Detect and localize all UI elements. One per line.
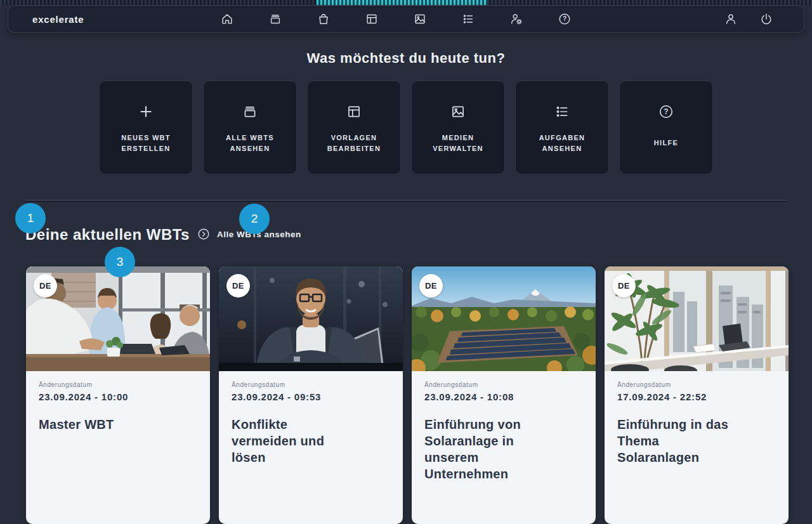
- section-divider: [25, 200, 787, 200]
- wbt-title: Einführung in das Thema Solaranlagen: [617, 416, 729, 466]
- page-title: Was möchtest du heute tun?: [0, 50, 812, 67]
- tour-badge-2[interactable]: 2: [239, 204, 270, 234]
- wbt-archive-icon: [242, 100, 258, 123]
- tasks-icon[interactable]: [461, 12, 475, 26]
- wbt-card[interactable]: DE Änderungsdatum 23.09.2024 - 10:00 Mas…: [26, 266, 210, 524]
- modified-date: 23.09.2024 - 10:08: [424, 391, 583, 402]
- top-decor-stripe: [0, 0, 812, 5]
- profile-icon[interactable]: [724, 12, 738, 26]
- wbt-title: Konflikte vermeiden und lösen: [232, 416, 343, 466]
- media-icon[interactable]: [413, 12, 427, 26]
- edit-templates-button[interactable]: VORLAGEN BEARBEITEN: [307, 81, 401, 174]
- svg-text:?: ?: [664, 107, 668, 116]
- wbt-card-body: Änderungsdatum 23.09.2024 - 10:00 Master…: [26, 371, 210, 433]
- navbar-icon-group: ?: [220, 12, 572, 26]
- top-decor-stripe-highlight: [317, 0, 487, 5]
- media-icon: [450, 100, 466, 123]
- chevron-right-circle-icon: [197, 227, 211, 241]
- wbt-card-body: Änderungsdatum 23.09.2024 - 09:53 Konfli…: [219, 371, 403, 466]
- section-title: Deine aktuellen WBTs: [25, 226, 190, 244]
- quick-actions-row: NEUES WBT ERSTELLEN ALLE WBTS ANSEHEN VO…: [99, 81, 713, 174]
- wbt-archive-icon[interactable]: [268, 12, 282, 26]
- quick-action-label: ALLE WBTS ANSEHEN: [212, 132, 288, 155]
- tasks-icon: [554, 100, 570, 123]
- language-badge: DE: [612, 274, 636, 298]
- quick-action-label: HILFE: [654, 132, 678, 155]
- quick-action-label: NEUES WBT ERSTELLEN: [108, 132, 184, 155]
- new-wbt-button[interactable]: NEUES WBT ERSTELLEN: [99, 81, 193, 174]
- templates-icon[interactable]: [365, 12, 379, 26]
- wbt-card[interactable]: DE Änderungsdatum 17.09.2024 - 22:52 Ein…: [605, 266, 789, 524]
- date-label: Änderungsdatum: [424, 381, 583, 388]
- wbt-card-body: Änderungsdatum 23.09.2024 - 10:08 Einfüh…: [412, 371, 596, 482]
- wbt-card-row: DE Änderungsdatum 23.09.2024 - 10:00 Mas…: [26, 266, 789, 524]
- wbt-title: Einführung von Solaranlage in unserem Un…: [424, 416, 536, 482]
- modified-date: 17.09.2024 - 22:52: [617, 391, 776, 402]
- all-wbts-button[interactable]: ALLE WBTS ANSEHEN: [203, 81, 297, 174]
- tour-badge-1[interactable]: 1: [15, 203, 46, 233]
- language-badge: DE: [419, 274, 443, 298]
- wbt-card-body: Änderungsdatum 17.09.2024 - 22:52 Einfüh…: [605, 371, 789, 466]
- modified-date: 23.09.2024 - 09:53: [232, 391, 390, 402]
- templates-icon: [346, 100, 362, 123]
- home-icon[interactable]: [220, 12, 234, 26]
- help-icon[interactable]: ?: [558, 12, 572, 26]
- app-logo[interactable]: excelerate: [32, 14, 220, 25]
- user-management-icon[interactable]: [509, 12, 523, 26]
- manage-media-button[interactable]: MEDIEN VERWALTEN: [411, 81, 505, 174]
- help-button[interactable]: ? HILFE: [619, 81, 713, 174]
- modified-date: 23.09.2024 - 10:00: [39, 391, 197, 402]
- wbt-card[interactable]: DE Änderungsdatum 23.09.2024 - 09:53 Kon…: [219, 266, 403, 524]
- date-label: Änderungsdatum: [39, 381, 197, 388]
- help-icon: ?: [658, 100, 674, 123]
- wbt-title: Master WBT: [39, 416, 150, 433]
- svg-text:?: ?: [563, 15, 566, 22]
- quick-action-label: MEDIEN VERWALTEN: [420, 132, 496, 155]
- tour-badge-3[interactable]: 3: [105, 247, 135, 277]
- date-label: Änderungsdatum: [617, 381, 776, 388]
- wbt-card[interactable]: DE Änderungsdatum 23.09.2024 - 10:08 Ein…: [412, 266, 596, 524]
- language-badge: DE: [34, 274, 57, 298]
- language-badge: DE: [226, 274, 250, 298]
- quick-action-label: VORLAGEN BEARBEITEN: [316, 132, 392, 155]
- navbar: excelerate ?: [8, 5, 804, 33]
- quick-action-label: AUFGABEN ANSEHEN: [524, 132, 600, 155]
- plus-icon: [138, 100, 154, 123]
- view-tasks-button[interactable]: AUFGABEN ANSEHEN: [515, 81, 609, 174]
- shop-bag-icon[interactable]: [317, 12, 331, 26]
- navbar-account-group: [724, 12, 773, 26]
- power-icon[interactable]: [759, 12, 773, 26]
- date-label: Änderungsdatum: [232, 381, 390, 388]
